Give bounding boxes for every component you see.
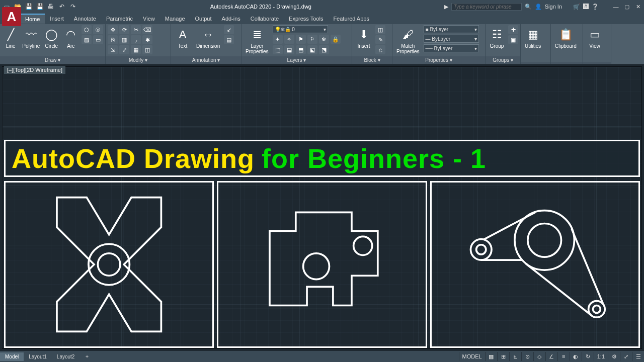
polyline-button[interactable]: 〰Polyline bbox=[21, 25, 41, 50]
clipboard-button[interactable]: 📋Clipboard bbox=[553, 25, 579, 50]
panel-layers-title[interactable]: Layers ▾ bbox=[242, 56, 352, 64]
explode-icon[interactable]: ✱ bbox=[142, 35, 152, 44]
tab-manage[interactable]: Manage bbox=[160, 14, 190, 23]
status-ortho-icon[interactable]: ⊾ bbox=[509, 352, 521, 361]
arc-button[interactable]: ◠Arc bbox=[62, 25, 79, 50]
offset-icon[interactable]: ◫ bbox=[142, 45, 152, 54]
layer-tool-6[interactable]: 🔒 bbox=[331, 35, 341, 44]
erase-icon[interactable]: ⌫ bbox=[142, 25, 152, 34]
status-otrack-icon[interactable]: ∠ bbox=[545, 352, 557, 361]
viewport-label[interactable]: [–][Top][2D Wireframe] bbox=[4, 66, 65, 74]
panel-draw-title[interactable]: Draw ▾ bbox=[0, 56, 105, 64]
tab-insert[interactable]: Insert bbox=[45, 14, 69, 23]
cart-icon[interactable]: 🛒 bbox=[573, 4, 580, 10]
minimize-button[interactable]: — bbox=[612, 3, 620, 10]
group-button[interactable]: ☷Group bbox=[488, 25, 506, 50]
block-icon-3[interactable]: ⎌ bbox=[375, 45, 385, 54]
layer-tool-11[interactable]: ⬔ bbox=[319, 45, 329, 54]
line-button[interactable]: ╱Line bbox=[2, 25, 19, 50]
layer-properties-button[interactable]: ≣Layer Properties bbox=[244, 25, 271, 55]
rotate-icon[interactable]: ⟳ bbox=[119, 25, 129, 34]
tab-output[interactable]: Output bbox=[190, 14, 217, 23]
utilities-button[interactable]: ▦Utilities bbox=[523, 25, 543, 50]
panel-block-title[interactable]: Block ▾ bbox=[352, 56, 392, 64]
move-icon[interactable]: ✥ bbox=[108, 25, 118, 34]
copy-icon[interactable]: ⎘ bbox=[108, 35, 118, 44]
panel-groups-title[interactable]: Groups ▾ bbox=[486, 56, 520, 64]
layer-current-select[interactable]: 💡❄🔒 0▾ bbox=[273, 25, 328, 33]
tab-addins[interactable]: Add-ins bbox=[217, 14, 246, 23]
close-button[interactable]: ✕ bbox=[634, 3, 642, 10]
layer-tool-8[interactable]: ⬓ bbox=[284, 45, 294, 54]
restore-button[interactable]: ▢ bbox=[623, 3, 631, 10]
layer-tool-3[interactable]: ⚑ bbox=[296, 35, 306, 44]
search-input[interactable] bbox=[451, 3, 522, 11]
tab-collaborate[interactable]: Collaborate bbox=[246, 14, 284, 23]
search-icon[interactable]: 🔍 bbox=[525, 4, 532, 10]
array-icon[interactable]: ▦ bbox=[131, 45, 141, 54]
draw-icon-1[interactable]: ⬡ bbox=[82, 25, 92, 34]
draw-icon-4[interactable]: ▭ bbox=[93, 35, 103, 44]
qat-save-icon[interactable]: 💾 bbox=[24, 2, 33, 11]
app-logo[interactable]: A bbox=[2, 7, 21, 26]
status-lwt-icon[interactable]: ≡ bbox=[557, 352, 570, 361]
tab-home[interactable]: Home bbox=[20, 14, 45, 24]
tab-layout1[interactable]: Layout1 bbox=[24, 352, 52, 361]
mirror-icon[interactable]: ▥ bbox=[119, 35, 129, 44]
fillet-icon[interactable]: ◞ bbox=[131, 35, 141, 44]
signin-label[interactable]: Sign In bbox=[545, 4, 562, 10]
add-layout-button[interactable]: ＋ bbox=[79, 351, 95, 361]
draw-icon-3[interactable]: ▨ bbox=[82, 35, 92, 44]
app-icon[interactable]: 🅰 bbox=[583, 4, 589, 10]
match-properties-button[interactable]: 🖌Match Properties bbox=[394, 25, 422, 55]
qat-saveas-icon[interactable]: 💾 bbox=[35, 2, 44, 11]
tab-annotate[interactable]: Annotate bbox=[69, 14, 101, 23]
table-icon[interactable]: ▤ bbox=[224, 35, 234, 44]
tab-layout2[interactable]: Layout2 bbox=[52, 352, 80, 361]
layer-tool-4[interactable]: ⚐ bbox=[307, 35, 317, 44]
status-grid-icon[interactable]: ▦ bbox=[485, 352, 497, 361]
status-model-label[interactable]: MODEL bbox=[459, 352, 485, 361]
panel-properties-title[interactable]: Properties ▾ bbox=[392, 56, 485, 64]
view-button[interactable]: ▭View bbox=[585, 25, 604, 50]
block-icon-1[interactable]: ◫ bbox=[375, 25, 385, 34]
layer-tool-1[interactable]: ✦ bbox=[273, 35, 283, 44]
qat-plot-icon[interactable]: 🖶 bbox=[46, 2, 55, 11]
draw-icon-2[interactable]: ⦾ bbox=[93, 25, 103, 34]
prop-color-select[interactable]: ■ ByLayer▾ bbox=[424, 25, 479, 33]
stretch-icon[interactable]: ⇲ bbox=[108, 45, 118, 54]
tab-model[interactable]: Model bbox=[0, 352, 24, 361]
qat-undo-icon[interactable]: ↶ bbox=[57, 2, 66, 11]
status-cycle-icon[interactable]: ↻ bbox=[582, 352, 594, 361]
text-button[interactable]: AText bbox=[173, 25, 192, 50]
user-icon[interactable]: 👤 bbox=[535, 4, 542, 10]
layer-tool-9[interactable]: ⬒ bbox=[296, 45, 306, 54]
trim-icon[interactable]: ✂ bbox=[131, 25, 141, 34]
status-customize-icon[interactable]: ☰ bbox=[632, 352, 644, 361]
prop-lineweight-select[interactable]: — ByLayer▾ bbox=[424, 35, 479, 43]
tab-express-tools[interactable]: Express Tools bbox=[284, 14, 328, 23]
help-icon[interactable]: ❔ bbox=[592, 4, 599, 10]
panel-modify-title[interactable]: Modify ▾ bbox=[106, 56, 171, 64]
dimension-button[interactable]: ↔Dimension bbox=[194, 25, 222, 50]
drawing-canvas[interactable]: AutoCAD Drawing for Beginners - 1 bbox=[0, 64, 644, 351]
tab-view[interactable]: View bbox=[138, 14, 160, 23]
scale-icon[interactable]: ⤢ bbox=[119, 45, 129, 54]
status-scale-label[interactable]: 1:1 bbox=[594, 352, 608, 361]
qat-redo-icon[interactable]: ↷ bbox=[68, 2, 77, 11]
status-transparency-icon[interactable]: ◐ bbox=[570, 352, 582, 361]
layer-tool-7[interactable]: ⬚ bbox=[273, 45, 283, 54]
circle-button[interactable]: ◯Circle bbox=[43, 25, 60, 50]
block-icon-2[interactable]: ✎ bbox=[375, 35, 385, 44]
status-osnap-icon[interactable]: ◇ bbox=[533, 352, 545, 361]
layer-tool-5[interactable]: ❄ bbox=[319, 35, 329, 44]
group-icon-1[interactable]: ✚ bbox=[508, 25, 518, 34]
leader-icon[interactable]: ↙ bbox=[224, 25, 234, 34]
layer-tool-2[interactable]: ✧ bbox=[284, 35, 294, 44]
group-icon-2[interactable]: ▣ bbox=[508, 35, 518, 44]
prop-linetype-select[interactable]: ── ByLayer▾ bbox=[424, 44, 479, 52]
status-max-icon[interactable]: ⤢ bbox=[620, 352, 632, 361]
status-snap-icon[interactable]: ⊞ bbox=[497, 352, 509, 361]
status-gear-icon[interactable]: ⚙ bbox=[608, 352, 620, 361]
status-polar-icon[interactable]: ⊙ bbox=[521, 352, 533, 361]
